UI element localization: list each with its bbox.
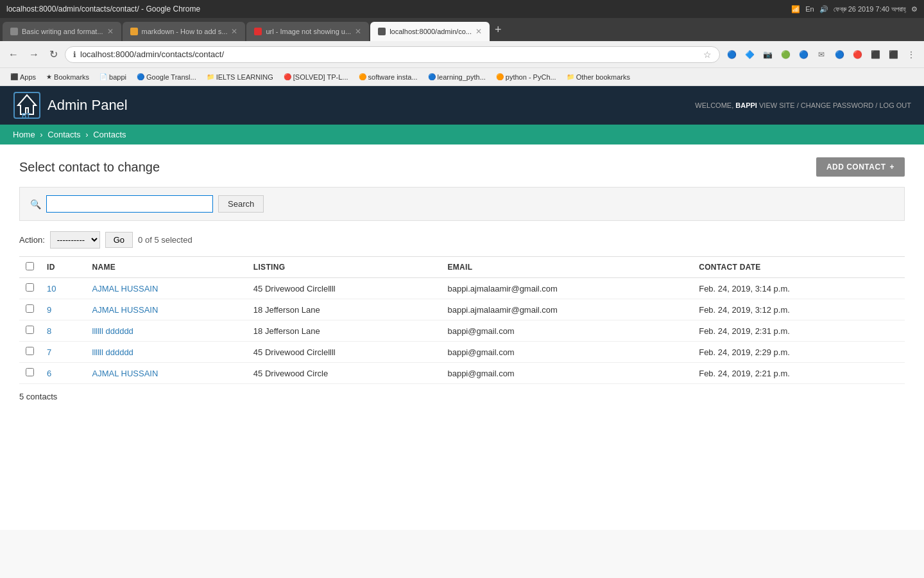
window-title: localhost:8000/admin/contacts/contact/ -… bbox=[6, 4, 200, 13]
name-link[interactable]: llllll dddddd bbox=[92, 347, 133, 357]
tab-close-3[interactable]: ✕ bbox=[355, 27, 361, 36]
bookmark-apps[interactable]: ⬛ Apps bbox=[6, 72, 40, 82]
browser-title-bar: localhost:8000/admin/contacts/contact/ -… bbox=[0, 0, 924, 18]
search-input[interactable] bbox=[46, 195, 213, 213]
select-all-checkbox[interactable] bbox=[26, 262, 34, 270]
bookmark-software[interactable]: 🟠 software insta... bbox=[355, 72, 422, 82]
row-email: bappi.ajmalaamir@gmail.com bbox=[441, 278, 692, 299]
row-checkbox-cell bbox=[19, 342, 40, 363]
new-tab-button[interactable]: + bbox=[491, 23, 506, 37]
solved-icon: 🔴 bbox=[284, 73, 291, 80]
bookmark-solved-label: [SOLVED] TP-L... bbox=[293, 73, 348, 81]
bookmark-python-label: python - PyCh... bbox=[506, 73, 556, 81]
extension-icon-2[interactable]: 🔷 bbox=[742, 47, 757, 62]
id-link[interactable]: 10 bbox=[47, 284, 56, 293]
extension-icon-3[interactable]: 📷 bbox=[760, 47, 775, 62]
admin-user-info: WELCOME, BAPPI VIEW SITE / CHANGE PASSWO… bbox=[695, 101, 911, 109]
welcome-label: WELCOME, bbox=[695, 101, 733, 109]
page-title: Select contact to change bbox=[19, 160, 160, 175]
search-button[interactable]: Search bbox=[218, 195, 264, 213]
th-listing: LISTING bbox=[247, 257, 441, 278]
admin-logo: BT Admin Panel bbox=[13, 91, 128, 119]
name-link[interactable]: llllll dddddd bbox=[92, 326, 133, 336]
go-button[interactable]: Go bbox=[105, 232, 133, 248]
name-link[interactable]: AJMAL HUSSAIN bbox=[92, 284, 158, 293]
row-name: AJMAL HUSSAIN bbox=[86, 363, 247, 384]
extension-icon-4[interactable]: 🟢 bbox=[778, 47, 793, 62]
tab-3[interactable]: url - Image not showing u... ✕ bbox=[246, 22, 369, 41]
menu-button[interactable]: ⋮ bbox=[903, 47, 919, 62]
id-link[interactable]: 9 bbox=[47, 305, 51, 315]
bookmark-bappi[interactable]: 📄 bappi bbox=[96, 72, 130, 82]
tab-close-1[interactable]: ✕ bbox=[107, 27, 114, 36]
tab-label-4: localhost:8000/admin/co... bbox=[389, 28, 472, 35]
bookmark-star-icon[interactable]: ☆ bbox=[703, 49, 712, 60]
table-row: 6 AJMAL HUSSAIN 45 Drivewood Circle bapp… bbox=[19, 363, 905, 384]
address-bar[interactable]: ℹ localhost:8000/admin/contacts/contact/… bbox=[65, 46, 720, 63]
row-checkbox[interactable] bbox=[26, 368, 34, 376]
tab-close-2[interactable]: ✕ bbox=[231, 27, 237, 36]
row-name: AJMAL HUSSAIN bbox=[86, 299, 247, 320]
tab-favicon-3 bbox=[254, 28, 262, 35]
bookmark-ielts[interactable]: 📁 IELTS LEARNING bbox=[203, 72, 277, 82]
apps-icon: ⬛ bbox=[10, 73, 18, 80]
name-link[interactable]: AJMAL HUSSAIN bbox=[92, 369, 158, 378]
system-tray: 📶 En 🔊 ফেব্রু 26 2019 7:40 অপরাহ্ ⚙ bbox=[791, 5, 918, 13]
refresh-button[interactable]: ↻ bbox=[46, 47, 61, 62]
tab-1[interactable]: Basic writing and format... ✕ bbox=[3, 22, 121, 41]
back-button[interactable]: ← bbox=[5, 48, 22, 62]
bookmark-python[interactable]: 🟠 python - PyCh... bbox=[492, 72, 560, 82]
row-listing: 45 Drivewood Circle bbox=[247, 363, 441, 384]
action-select[interactable]: ---------- bbox=[50, 231, 100, 249]
bookmark-learning[interactable]: 🔵 learning_pyth... bbox=[424, 72, 490, 82]
bookmark-google-translate[interactable]: 🔵 Google Transl... bbox=[133, 72, 200, 82]
row-checkbox[interactable] bbox=[26, 347, 34, 355]
extension-icon-8[interactable]: 🔴 bbox=[850, 47, 865, 62]
extension-icon-9[interactable]: ⬛ bbox=[868, 47, 883, 62]
bookmark-software-label: software insta... bbox=[368, 73, 418, 81]
th-contact-date: CONTACT DATE bbox=[692, 257, 905, 278]
forward-button[interactable]: → bbox=[26, 48, 42, 62]
translate-icon: 🔵 bbox=[137, 73, 144, 80]
extension-icon-5[interactable]: 🔵 bbox=[796, 47, 811, 62]
extension-icon-6[interactable]: ✉ bbox=[814, 47, 829, 62]
tab-close-4[interactable]: ✕ bbox=[475, 27, 482, 36]
change-password-link[interactable]: CHANGE PASSWORD bbox=[801, 101, 873, 109]
name-link[interactable]: AJMAL HUSSAIN bbox=[92, 305, 158, 315]
table-row: 8 llllll dddddd 18 Jefferson Lane bappi@… bbox=[19, 320, 905, 342]
row-listing: 18 Jefferson Lane bbox=[247, 299, 441, 320]
action-label: Action: bbox=[19, 235, 45, 245]
extension-icon-10[interactable]: ⬛ bbox=[886, 47, 901, 62]
row-listing: 45 Drivewood Circlellll bbox=[247, 278, 441, 299]
row-checkbox[interactable] bbox=[26, 326, 34, 334]
row-contact-date: Feb. 24, 2019, 2:21 p.m. bbox=[692, 363, 905, 384]
svg-text:BT: BT bbox=[22, 112, 30, 119]
breadcrumb-section[interactable]: Contacts bbox=[47, 130, 80, 139]
logout-link[interactable]: LOG OUT bbox=[879, 101, 911, 109]
tab-4[interactable]: localhost:8000/admin/co... ✕ bbox=[370, 22, 490, 41]
breadcrumb: Home › Contacts › Contacts bbox=[0, 125, 924, 144]
breadcrumb-home[interactable]: Home bbox=[13, 130, 35, 139]
extension-icon-1[interactable]: 🔵 bbox=[724, 47, 739, 62]
bookmark-bookmarks[interactable]: ★ Bookmarks bbox=[42, 72, 93, 82]
tab-favicon-4 bbox=[378, 28, 386, 35]
tab-2[interactable]: markdown - How to add s... ✕ bbox=[123, 22, 246, 41]
admin-header: BT Admin Panel WELCOME, BAPPI VIEW SITE … bbox=[0, 86, 924, 125]
row-checkbox[interactable] bbox=[26, 283, 34, 292]
add-contact-button[interactable]: ADD CONTACT + bbox=[816, 157, 905, 177]
bookmark-bookmarks-label: Bookmarks bbox=[54, 73, 89, 81]
row-contact-date: Feb. 24, 2019, 3:12 p.m. bbox=[692, 299, 905, 320]
main-content: Select contact to change ADD CONTACT + 🔍… bbox=[0, 144, 924, 530]
browser-toolbar: ← → ↻ ℹ localhost:8000/admin/contacts/co… bbox=[0, 41, 924, 68]
extension-icon-7[interactable]: 🔵 bbox=[832, 47, 847, 62]
id-link[interactable]: 8 bbox=[47, 326, 51, 336]
th-id: ID bbox=[40, 257, 86, 278]
bookmark-other[interactable]: 📁 Other bookmarks bbox=[563, 72, 634, 82]
row-checkbox[interactable] bbox=[26, 304, 34, 313]
id-link[interactable]: 7 bbox=[47, 347, 51, 357]
star-icon: ★ bbox=[46, 73, 52, 80]
bookmark-solved[interactable]: 🔴 [SOLVED] TP-L... bbox=[280, 72, 352, 82]
view-site-link[interactable]: VIEW SITE bbox=[759, 101, 795, 109]
id-link[interactable]: 6 bbox=[47, 369, 51, 378]
language-indicator: En bbox=[805, 5, 814, 13]
